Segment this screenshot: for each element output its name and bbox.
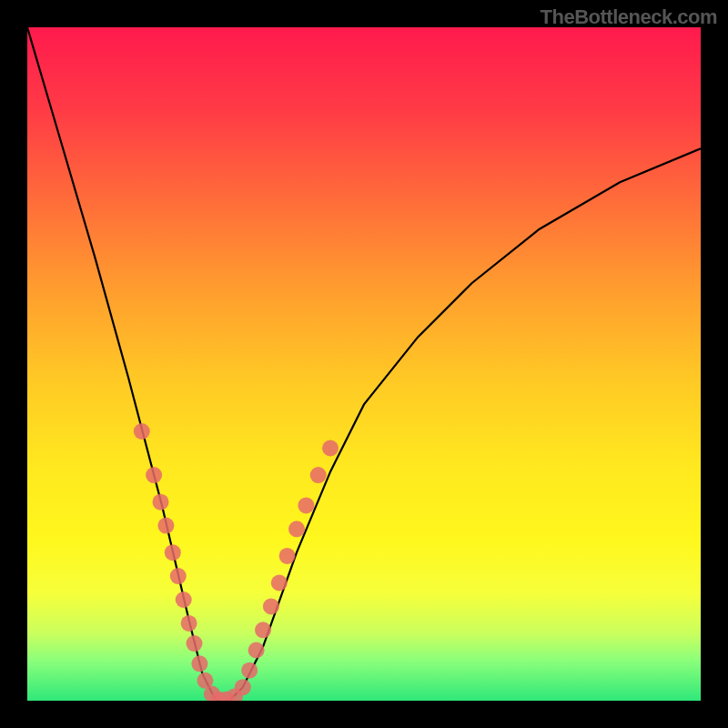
data-marker — [255, 622, 271, 638]
data-marker — [298, 497, 314, 513]
chart-svg — [27, 27, 701, 701]
data-marker — [288, 521, 305, 537]
data-marker — [310, 467, 327, 483]
watermark-text: TheBottleneck.com — [541, 5, 717, 29]
data-marker — [322, 440, 339, 457]
data-marker — [157, 518, 174, 534]
data-marker — [191, 655, 207, 672]
data-marker — [176, 592, 192, 608]
curve-path — [27, 27, 701, 701]
data-marker — [263, 598, 279, 614]
data-marker — [235, 679, 251, 695]
data-marker — [134, 423, 150, 440]
data-marker — [271, 575, 288, 592]
data-marker — [165, 544, 181, 561]
plot-area — [27, 27, 701, 701]
data-marker — [181, 615, 197, 632]
data-marker — [187, 635, 203, 652]
data-marker — [241, 662, 258, 679]
chart-frame: TheBottleneck.com — [0, 0, 728, 728]
data-marker — [153, 494, 169, 511]
data-marker — [279, 548, 296, 564]
data-marker — [248, 642, 265, 659]
marker-layer — [134, 423, 339, 701]
data-marker — [170, 568, 187, 584]
data-marker — [146, 467, 162, 483]
